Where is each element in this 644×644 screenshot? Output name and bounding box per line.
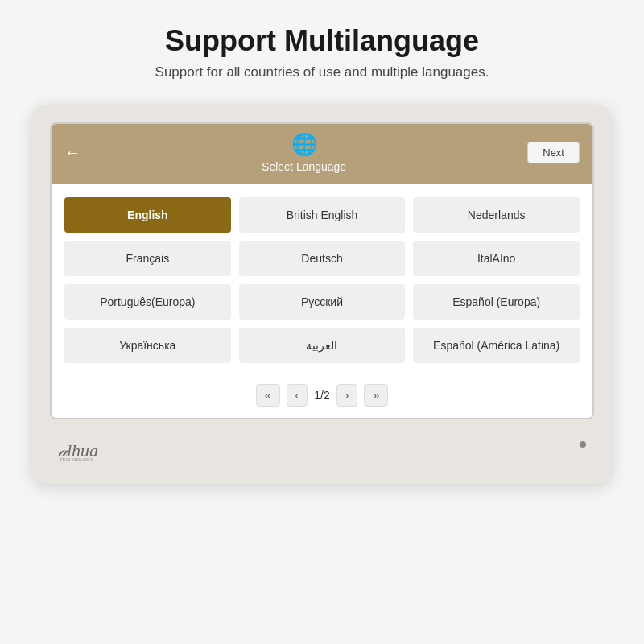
device-wrapper: ← 🌐 Select Language Next English British… [32, 105, 612, 484]
device-screen: ← 🌐 Select Language Next English British… [50, 122, 594, 419]
page-header: Support Multilanguage Support for all co… [123, 0, 522, 97]
lang-btn-english[interactable]: English [64, 197, 231, 233]
lang-btn-ukrainian[interactable]: Українська [64, 328, 231, 363]
screen-header: ← 🌐 Select Language Next [52, 124, 592, 184]
next-button[interactable]: Next [527, 142, 580, 163]
globe-icon: 🌐 [291, 132, 317, 157]
header-title: Select Language [262, 160, 346, 173]
lang-btn-francais[interactable]: Français [64, 241, 231, 276]
brand-logo-svg: 𝒶lhua TECHNOLOGY [58, 437, 130, 461]
page-title: Support Multilanguage [155, 24, 489, 58]
device-brand: 𝒶lhua TECHNOLOGY [58, 437, 130, 461]
brand-dot [580, 441, 586, 448]
language-grid: English British English Nederlands Franç… [52, 184, 592, 376]
lang-btn-deutsch[interactable]: Deutsch [239, 241, 406, 276]
lang-btn-espanol-latina[interactable]: Español (América Latina) [413, 328, 580, 363]
lang-btn-arabic[interactable]: العربية [239, 328, 406, 363]
back-button[interactable]: ← [64, 143, 80, 162]
next-page-button[interactable]: › [336, 384, 358, 407]
last-page-button[interactable]: » [364, 384, 388, 407]
svg-text:TECHNOLOGY: TECHNOLOGY [60, 457, 93, 461]
lang-btn-portugues[interactable]: Português(Europa) [64, 284, 231, 320]
page-info: 1/2 [314, 389, 329, 402]
page-subtitle: Support for all countries of use and mul… [155, 64, 489, 80]
prev-page-button[interactable]: ‹ [287, 384, 308, 407]
pagination: « ‹ 1/2 › » [52, 376, 592, 418]
lang-btn-russian[interactable]: Русский [239, 284, 406, 320]
header-center: 🌐 Select Language [262, 132, 346, 173]
lang-btn-espanol-europa[interactable]: Español (Europa) [413, 284, 580, 320]
lang-btn-italiano[interactable]: ItalAIno [413, 241, 580, 276]
lang-btn-british-english[interactable]: British English [239, 197, 406, 233]
lang-btn-nederlands[interactable]: Nederlands [413, 197, 580, 233]
brand-row: 𝒶lhua TECHNOLOGY [50, 427, 594, 461]
first-page-button[interactable]: « [256, 384, 280, 407]
